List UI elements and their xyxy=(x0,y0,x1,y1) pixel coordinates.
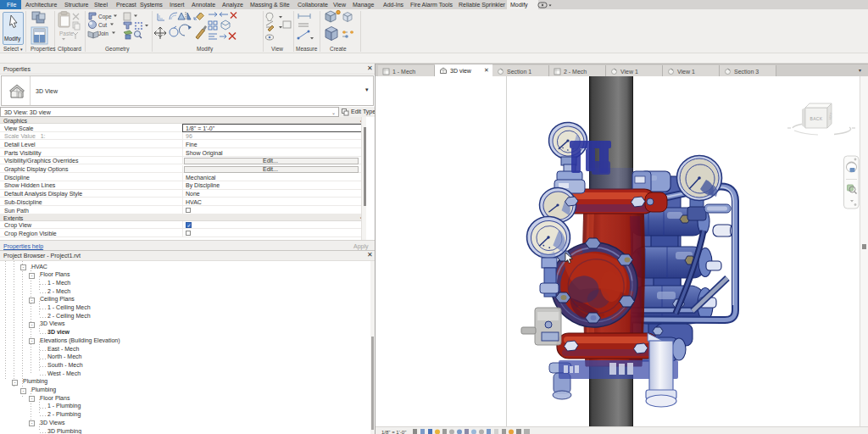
svg-text:Cut: Cut xyxy=(98,22,107,28)
svg-text:Join: Join xyxy=(98,31,108,36)
svg-text:LEFT: LEFT xyxy=(828,112,833,120)
svg-text:BACK: BACK xyxy=(810,116,823,121)
svg-text:Cope: Cope xyxy=(98,14,112,20)
svg-text:Paste: Paste xyxy=(59,31,74,36)
